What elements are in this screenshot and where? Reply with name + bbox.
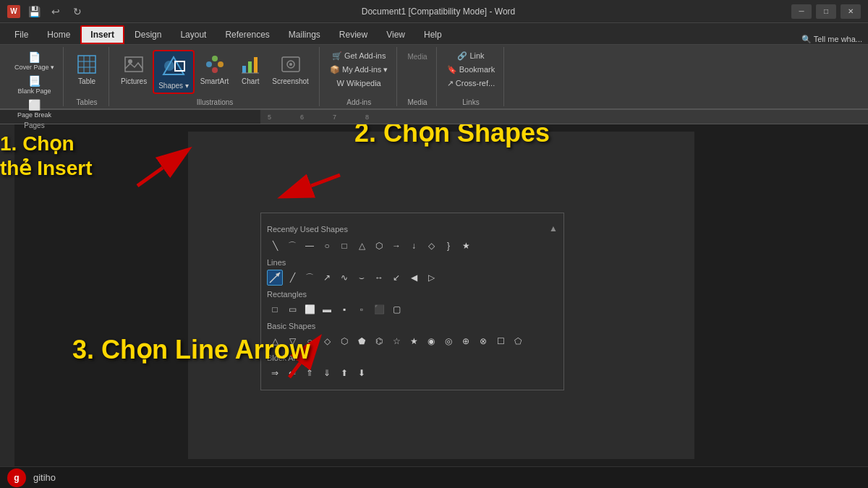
cover-page-button[interactable]: 📄 Cover Page ▾ xyxy=(12,50,57,72)
get-add-ins-button[interactable]: 🛒 Get Add-ins xyxy=(327,50,391,62)
shape-bs13[interactable]: ⊗ xyxy=(475,333,491,349)
undo-button[interactable]: ↩ xyxy=(48,4,64,20)
shape-line-2[interactable]: ╱ xyxy=(284,270,300,286)
media-group: Media Media xyxy=(399,47,436,106)
shape-diamond[interactable]: ◇ xyxy=(423,238,439,254)
shape-diagonal[interactable]: ╲ xyxy=(267,238,283,254)
shape-rounded[interactable]: ▢ xyxy=(388,301,404,317)
shape-bs11[interactable]: ◎ xyxy=(441,333,456,349)
tab-review[interactable]: Review xyxy=(331,25,376,44)
screenshot-button[interactable]: Screenshot xyxy=(268,50,313,88)
shape-bs7[interactable]: ⌬ xyxy=(371,333,387,349)
main-area: 5 Recently Used Shapes ▲ ╲ ⌒ ― ○ □ △ ⬡ →… xyxy=(0,124,868,466)
tab-references[interactable]: References xyxy=(216,25,278,44)
tab-home[interactable]: Home xyxy=(38,25,79,44)
shape-rect5[interactable]: ▪ xyxy=(336,301,352,317)
title-bar-left: W 💾 ↩ ↻ xyxy=(7,4,85,20)
shape-rect3[interactable]: ⬜ xyxy=(302,301,318,317)
shape-elbow[interactable]: ↙ xyxy=(388,270,404,286)
shape-bs12[interactable]: ⊕ xyxy=(458,333,474,349)
svg-rect-14 xyxy=(242,66,246,73)
shape-down-arrow[interactable]: ↓ xyxy=(406,238,422,254)
close-button[interactable]: ✕ xyxy=(841,4,861,19)
pictures-button[interactable]: Pictures xyxy=(116,50,151,88)
shape-ba3[interactable]: ⇑ xyxy=(302,365,318,381)
smartart-button[interactable]: SmartArt xyxy=(196,50,233,88)
shape-star[interactable]: ★ xyxy=(458,238,474,254)
shape-circle[interactable]: ○ xyxy=(319,238,335,254)
shape-rect2[interactable]: ▭ xyxy=(284,301,300,317)
ribbon-content: 📄 Cover Page ▾ 📃 Blank Page ⬜ Page Break… xyxy=(0,45,868,110)
shape-right-arrow[interactable]: → xyxy=(388,238,404,254)
tab-design[interactable]: Design xyxy=(126,25,170,44)
word-icon: W xyxy=(7,5,20,18)
tab-mailings[interactable]: Mailings xyxy=(280,25,329,44)
link-button[interactable]: 🔗 Link xyxy=(444,50,498,62)
gitiho-brand: gitiho xyxy=(33,472,56,483)
shape-rect6[interactable]: ▫ xyxy=(354,301,370,317)
shape-ba1[interactable]: ⇒ xyxy=(267,365,283,381)
shape-bs5[interactable]: ⬡ xyxy=(336,333,352,349)
illustrations-group-items: Pictures Shapes ▾ xyxy=(116,47,313,97)
shape-curve1[interactable]: ⌒ xyxy=(284,238,300,254)
shape-rect1[interactable]: □ xyxy=(267,301,283,317)
shape-triangle[interactable]: △ xyxy=(354,238,370,254)
left-margin: 5 xyxy=(0,124,14,466)
shape-bs10[interactable]: ◉ xyxy=(423,333,439,349)
chart-button[interactable]: Chart xyxy=(234,50,266,88)
tab-view[interactable]: View xyxy=(378,25,414,44)
table-button[interactable]: Table xyxy=(71,50,103,88)
shape-rect4[interactable]: ▬ xyxy=(319,301,335,317)
redo-button[interactable]: ↻ xyxy=(69,4,85,20)
shape-ba5[interactable]: ⬆ xyxy=(336,365,352,381)
shape-freeform[interactable]: ◀ xyxy=(406,270,422,286)
shape-zigzag[interactable]: ↗ xyxy=(319,270,335,286)
shape-bs6[interactable]: ⬟ xyxy=(354,333,370,349)
page-break-button[interactable]: ⬜ Page Break xyxy=(12,98,57,120)
chart-label: Chart xyxy=(242,77,259,85)
shape-scribble[interactable]: ▷ xyxy=(423,270,439,286)
shape-line-arrow[interactable] xyxy=(267,270,283,286)
save-button[interactable]: 💾 xyxy=(26,4,42,20)
tab-insert[interactable]: Insert xyxy=(80,25,124,44)
tab-file[interactable]: File xyxy=(6,25,37,44)
my-add-ins-button[interactable]: 📦 My Add-ins ▾ xyxy=(327,64,391,76)
my-add-ins-label: 📦 My Add-ins ▾ xyxy=(330,65,388,74)
cross-ref-button[interactable]: ↗ Cross-ref... xyxy=(444,77,498,90)
shape-curve2[interactable]: ⌒ xyxy=(302,270,318,286)
shape-ba6[interactable]: ⬇ xyxy=(354,365,370,381)
link-label: 🔗 Link xyxy=(457,51,484,61)
shape-rect7[interactable]: ⬛ xyxy=(371,301,387,317)
shape-bs4[interactable]: ◇ xyxy=(319,333,335,349)
minimize-button[interactable]: ─ xyxy=(791,4,812,19)
shape-ba2[interactable]: ⇐ xyxy=(284,365,300,381)
shape-hex[interactable]: ⬡ xyxy=(371,238,387,254)
shape-bs14[interactable]: ☐ xyxy=(493,333,509,349)
shape-bs8[interactable]: ☆ xyxy=(388,333,404,349)
collapse-icon[interactable]: ▲ xyxy=(549,223,558,234)
svg-point-12 xyxy=(218,61,224,67)
shape-line[interactable]: ― xyxy=(302,238,318,254)
gitiho-letter: g xyxy=(14,473,19,483)
shape-arc[interactable]: ⌣ xyxy=(354,270,370,286)
shape-curly[interactable]: } xyxy=(441,238,456,254)
maximize-button[interactable]: □ xyxy=(816,4,836,19)
bookmark-button[interactable]: 🔖 Bookmark xyxy=(444,64,498,76)
wikipedia-button[interactable]: W Wikipedia xyxy=(327,77,391,89)
shape-bs1[interactable]: △ xyxy=(267,333,283,349)
shape-double-arrow[interactable]: ↔ xyxy=(371,270,387,286)
shape-bs9[interactable]: ★ xyxy=(406,333,422,349)
shape-ba4[interactable]: ⇓ xyxy=(319,365,335,381)
tab-help[interactable]: Help xyxy=(415,25,451,44)
add-ins-group-items: 🛒 Get Add-ins 📦 My Add-ins ▾ W Wikipedia xyxy=(327,47,391,97)
screenshot-icon xyxy=(279,53,302,76)
shape-bs15[interactable]: ⬠ xyxy=(510,333,526,349)
shapes-button[interactable]: Shapes ▾ xyxy=(153,50,195,94)
ruler-marks: 5 6 7 8 xyxy=(268,114,369,121)
shape-square[interactable]: □ xyxy=(336,238,352,254)
shape-bs3[interactable]: ○ xyxy=(302,333,318,349)
shape-wave[interactable]: ∿ xyxy=(336,270,352,286)
blank-page-button[interactable]: 📃 Blank Page xyxy=(12,74,57,96)
shape-bs2[interactable]: ▽ xyxy=(284,333,300,349)
tab-layout[interactable]: Layout xyxy=(171,25,215,44)
